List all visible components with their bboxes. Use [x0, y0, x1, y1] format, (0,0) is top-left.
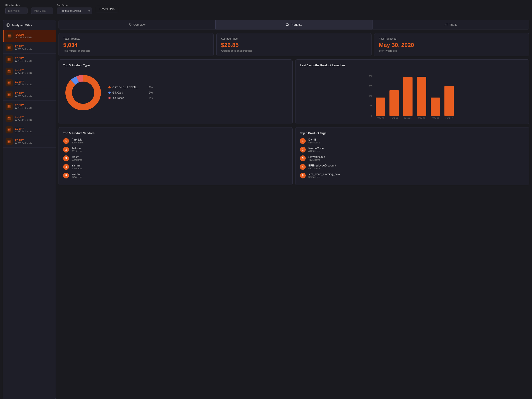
site-visits: 797.84K Visits [15, 48, 53, 51]
avg-price-label: Average Price [221, 37, 367, 40]
site-icon [6, 79, 13, 86]
rank-badge: 1 [300, 138, 306, 144]
rank-badge: 2 [300, 147, 306, 152]
tag-count: 4121 items [308, 167, 336, 170]
vendor-list-item: 1 Pink Lily 2057 items [63, 138, 288, 144]
site-info: ECSPY 797.84K Visits [16, 33, 53, 39]
bar-chart-area: 0 95 190 285 380 2024-0 [300, 70, 525, 120]
site-info: ECSPY 797.84K Visits [15, 104, 53, 109]
svg-point-62 [16, 142, 16, 143]
donut-area: OPTIONS_HIDDEN_... 11% Gift Card 1% Insu… [63, 70, 288, 115]
sidebar-item-9[interactable]: ECSPY 797.84K Visits [3, 136, 56, 148]
tab-traffic[interactable]: Traffic [372, 20, 529, 30]
total-products-card: Total Products 5,034 Total number of pro… [58, 33, 214, 56]
sidebar-item-6[interactable]: ECSPY 797.84K Visits [3, 101, 56, 112]
sidebar-item-5[interactable]: ECSPY 797.84K Visits [3, 89, 56, 101]
donut-legend: OPTIONS_HIDDEN_... 11% Gift Card 1% Insu… [108, 86, 153, 100]
svg-rect-46 [8, 117, 9, 118]
legend-dot [108, 86, 111, 89]
sidebar-item-0[interactable]: ECSPY 797.84K Visits [3, 30, 56, 42]
first-published-label: First Published [379, 37, 525, 40]
sidebar-title-text: Analyzed Sites [12, 24, 32, 27]
sidebar-title: Analyzed Sites [3, 20, 56, 30]
sidebar-item-1[interactable]: ECSPY 797.84K Visits [3, 42, 56, 54]
vendor-name: Maize [72, 155, 82, 158]
svg-rect-10 [8, 47, 9, 48]
sort-order-group: Sort Order Highest to LowestLowest to Hi… [57, 4, 92, 14]
site-name: ECSPY [15, 104, 53, 107]
person-icon [15, 83, 17, 86]
svg-point-8 [16, 37, 17, 38]
tab-products[interactable]: Products [215, 20, 372, 30]
rank-badge: 4 [63, 164, 69, 170]
total-products-value: 5,034 [63, 42, 209, 49]
svg-rect-52 [8, 129, 9, 130]
rank-badge: 1 [63, 138, 69, 144]
site-icon [6, 91, 13, 98]
vendor-info: Pink Lily 2057 items [72, 138, 83, 144]
sidebar-item-8[interactable]: ECSPY 797.84K Visits [3, 124, 56, 136]
visits-range-inputs: - [5, 7, 53, 14]
tag-name: BFEmployeeDiscount [308, 164, 336, 167]
svg-rect-13 [9, 48, 10, 49]
reset-filters-button[interactable]: Reset Filters [96, 6, 118, 13]
svg-rect-31 [9, 83, 10, 84]
tags-card: Top 5 Product Tags 1 Dvn:B 4344 items 2 … [295, 127, 529, 185]
site-visits: 797.84K Visits [15, 95, 53, 98]
site-name: ECSPY [15, 115, 53, 119]
person-icon [15, 130, 17, 133]
ecspy-logo-icon [7, 57, 11, 61]
vendor-count: 145 items [72, 176, 82, 178]
sort-order-select[interactable]: Highest to LowestLowest to Highest [57, 7, 92, 14]
svg-rect-42 [8, 107, 9, 108]
site-name: ECSPY [15, 127, 53, 130]
tag-icon [129, 23, 132, 27]
total-products-label: Total Products [63, 37, 209, 40]
donut-legend-item: Insurance 1% [108, 96, 153, 100]
sidebar-item-2[interactable]: ECSPY 797.84K Visits [3, 54, 56, 65]
svg-rect-55 [9, 130, 10, 131]
tab-overview[interactable]: Overview [58, 20, 215, 30]
sidebar-item-3[interactable]: ECSPY 797.84K Visits [3, 65, 56, 77]
donut-legend-item: Gift Card 1% [108, 91, 153, 94]
avg-price-value: $26.85 [221, 42, 367, 49]
tag-list-item: 2 PromoCode 4125 items [300, 146, 525, 152]
max-visits-input[interactable] [31, 7, 53, 14]
tag-name: SitewideSale [308, 155, 325, 158]
site-name: ECSPY [15, 45, 53, 48]
svg-rect-59 [9, 141, 10, 142]
sidebar-item-7[interactable]: ECSPY 797.84K Visits [3, 112, 56, 124]
tabs-bar: Overview Products Traffic [58, 20, 529, 30]
min-visits-input[interactable] [5, 7, 27, 14]
tag-count: 4125 items [308, 158, 325, 161]
person-icon [15, 72, 17, 74]
svg-text:2024-11: 2024-11 [431, 117, 439, 119]
vendors-list: 1 Pink Lily 2057 items 2 Tailoria 691 it… [63, 138, 288, 178]
tag-name: size_chart_clothing_new [308, 172, 340, 176]
person-icon [15, 60, 17, 62]
svg-rect-24 [8, 72, 9, 72]
svg-rect-47 [9, 117, 10, 118]
donut-legend-item: OPTIONS_HIDDEN_... 11% [108, 86, 153, 89]
vendor-info: Weihai 145 items [72, 172, 82, 178]
tags-list: 1 Dvn:B 4344 items 2 PromoCode 4125 item… [300, 138, 525, 178]
legend-left: Insurance [108, 96, 124, 100]
shopping-bag-icon [286, 23, 289, 27]
bar-chart-svg: 0 95 190 285 380 2024-0 [300, 70, 525, 119]
svg-text:380: 380 [369, 75, 372, 78]
svg-point-14 [16, 48, 16, 49]
vendor-name: Yammi [72, 164, 82, 167]
site-visits: 797.84K Visits [15, 83, 53, 86]
svg-rect-36 [8, 95, 9, 96]
svg-rect-7 [10, 36, 11, 37]
site-visits: 797.84K Visits [15, 119, 53, 121]
svg-point-44 [16, 107, 16, 108]
svg-rect-34 [8, 94, 9, 95]
tab-label-traffic: Traffic [449, 23, 457, 26]
person-icon [15, 119, 17, 121]
bar-chart-card: Last 6 months Product Launches 0 95 190 … [295, 59, 529, 124]
person-icon [16, 36, 18, 38]
filter-visits-label: Filter by Visits [5, 4, 53, 7]
tag-name: PromoCode [308, 146, 324, 150]
sidebar-item-4[interactable]: ECSPY 797.84K Visits [3, 77, 56, 89]
